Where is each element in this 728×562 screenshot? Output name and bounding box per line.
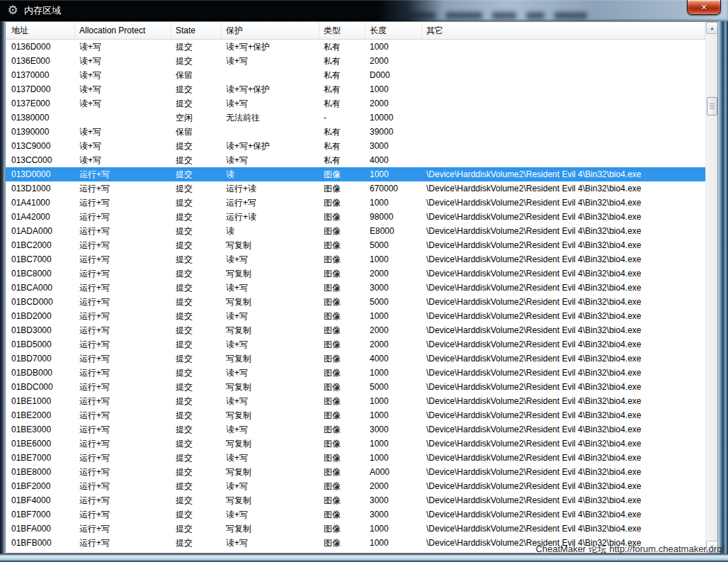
table-cell: 运行+写: [75, 408, 171, 422]
table-cell: 10000: [365, 111, 422, 125]
table-cell: 提交: [171, 82, 222, 96]
table-row[interactable]: 01380000空闲无法前往-10000: [6, 111, 705, 125]
column-header-4[interactable]: 类型: [319, 22, 365, 39]
table-row[interactable]: 0137E000读+写提交读+写私有2000: [6, 96, 705, 111]
table-row[interactable]: 01BD5000运行+写提交读+写图像2000\Device\HarddiskV…: [6, 337, 705, 352]
table-cell: \Device\HarddiskVolume2\Resident Evil 4\…: [422, 196, 705, 210]
table-row[interactable]: 013C9000读+写提交读+写+保护私有3000: [6, 139, 705, 153]
title-bar[interactable]: ⚙ 内存区域 ✕: [0, 0, 728, 21]
table-row[interactable]: 01BE8000运行+写提交写复制图像A000\Device\HarddiskV…: [6, 465, 705, 479]
table-row[interactable]: 01BC8000运行+写提交写复制图像2000\Device\HarddiskV…: [6, 266, 705, 281]
table-row[interactable]: 0136D000读+写提交读+写+保护私有1000: [6, 40, 705, 54]
column-header-0[interactable]: 地址: [6, 22, 75, 39]
column-header-5[interactable]: 长度: [365, 22, 422, 39]
table-row[interactable]: 01BD2000运行+写提交读+写图像1000\Device\HarddiskV…: [6, 309, 705, 323]
column-header-3[interactable]: 保护: [222, 22, 319, 39]
table-row[interactable]: 0136E000读+写提交读+写私有2000: [6, 54, 705, 68]
table-row[interactable]: 01BE3000运行+写提交读+写图像3000\Device\HarddiskV…: [6, 422, 705, 437]
table-row[interactable]: 01390000读+写保留私有39000: [6, 125, 705, 139]
table-cell: 提交: [171, 40, 222, 54]
table-row[interactable]: 01A41000运行+写提交运行+写图像1000\Device\Harddisk…: [6, 196, 705, 210]
table-cell: 读+写: [222, 451, 319, 465]
table-cell: 013D0000: [6, 167, 75, 181]
table-row[interactable]: 01BCD000运行+写提交写复制图像5000\Device\HarddiskV…: [6, 295, 705, 309]
table-row[interactable]: 01ADA000运行+写提交读图像E8000\Device\HarddiskVo…: [6, 224, 705, 238]
table-row[interactable]: 01BE7000运行+写提交读+写图像1000\Device\HarddiskV…: [6, 451, 705, 465]
table-cell: 图像: [319, 465, 365, 479]
table-cell: 运行+写: [75, 536, 171, 550]
table-row[interactable]: 01BF4000运行+写提交写复制图像3000\Device\HarddiskV…: [6, 493, 705, 507]
table-cell: 01390000: [6, 125, 75, 139]
table-row[interactable]: 01BFA000运行+写提交写复制图像1000\Device\HarddiskV…: [6, 522, 705, 536]
table-cell: 5000: [365, 380, 422, 394]
table-row[interactable]: 01BC2000运行+写提交写复制图像5000\Device\HarddiskV…: [6, 238, 705, 252]
close-button[interactable]: ✕: [687, 0, 721, 15]
column-header-6[interactable]: 其它: [422, 22, 705, 39]
table-row[interactable]: 01BE6000运行+写提交写复制图像1000\Device\HarddiskV…: [6, 437, 705, 451]
table-cell: 运行+写: [75, 266, 171, 281]
table-row[interactable]: 0137D000读+写提交读+写+保护私有1000: [6, 82, 705, 96]
table-cell: 01370000: [6, 68, 75, 82]
memory-region-listview: 地址Allocation ProtectState保护类型长度其它 0136D0…: [5, 21, 718, 553]
table-cell: 运行+写: [75, 238, 171, 252]
table-row[interactable]: 01BDB000运行+写提交读+写图像1000\Device\HarddiskV…: [6, 366, 705, 380]
table-cell: 01380000: [6, 111, 75, 125]
table-cell: 运行+写: [75, 337, 171, 352]
table-row[interactable]: 01BDC000运行+写提交写复制图像5000\Device\HarddiskV…: [6, 380, 705, 394]
scrollbar-thumb[interactable]: [707, 97, 717, 116]
table-row[interactable]: 01BC7000运行+写提交读+写图像1000\Device\HarddiskV…: [6, 252, 705, 266]
table-cell: \Device\HarddiskVolume2\Resident Evil 4\…: [422, 408, 705, 422]
table-cell: 图像: [319, 167, 365, 181]
table-row[interactable]: 013D0000运行+写提交读图像1000\Device\HarddiskVol…: [6, 167, 705, 181]
table-cell: 提交: [171, 536, 222, 550]
table-row[interactable]: 01BE1000运行+写提交读+写图像1000\Device\HarddiskV…: [6, 394, 705, 408]
table-cell: 图像: [319, 252, 365, 266]
table-row[interactable]: 013CC000读+写提交读+写私有4000: [6, 153, 705, 167]
table-cell: 空闲: [171, 111, 222, 125]
table-cell: [422, 40, 705, 54]
table-cell: 01BC7000: [6, 252, 75, 266]
table-row[interactable]: 01A42000运行+写提交运行+读图像98000\Device\Harddis…: [6, 210, 705, 224]
table-cell: 运行+写: [75, 210, 171, 224]
table-cell: 写复制: [222, 437, 319, 451]
table-cell: 提交: [171, 408, 222, 422]
table-cell: 1000: [365, 252, 422, 266]
table-cell: 图像: [319, 224, 365, 238]
memory-regions-window: ⚙ 内存区域 ✕ 地址Allocation ProtectState保护类型长度…: [0, 0, 728, 562]
table-row[interactable]: 01370000读+写保留私有D000: [6, 68, 705, 82]
table-row[interactable]: 01BCA000运行+写提交读+写图像3000\Device\HarddiskV…: [6, 281, 705, 295]
table-cell: 提交: [171, 252, 222, 266]
column-header-1[interactable]: Allocation Protect: [75, 22, 171, 39]
table-cell: 运行+写: [75, 493, 171, 507]
table-cell: 运行+写: [75, 309, 171, 323]
table-cell: 私有: [319, 40, 365, 54]
table-cell: 01BC2000: [6, 238, 75, 252]
table-row[interactable]: 01BD7000运行+写提交写复制图像4000\Device\HarddiskV…: [6, 352, 705, 366]
table-cell: 提交: [171, 96, 222, 111]
table-cell: 运行+写: [75, 252, 171, 266]
column-header-2[interactable]: State: [171, 22, 222, 39]
table-row[interactable]: 01BE2000运行+写提交写复制图像1000\Device\HarddiskV…: [6, 408, 705, 422]
table-cell: 读+写: [222, 252, 319, 266]
table-cell: 2000: [365, 96, 422, 111]
table-row[interactable]: 01BF2000运行+写提交读+写图像2000\Device\HarddiskV…: [6, 479, 705, 493]
table-cell: 4000: [365, 550, 422, 553]
table-cell: 提交: [171, 437, 222, 451]
table-cell: 保留: [171, 68, 222, 82]
scroll-up-button[interactable]: ▲: [706, 22, 718, 34]
table-cell: 读+写: [222, 479, 319, 493]
table-row[interactable]: 01BF7000运行+写提交读+写图像3000\Device\HarddiskV…: [6, 507, 705, 522]
table-cell: 写复制: [222, 238, 319, 252]
table-cell: 提交: [171, 337, 222, 352]
table-row[interactable]: 01BD3000运行+写提交写复制图像2000\Device\HarddiskV…: [6, 323, 705, 337]
table-cell: 读+写+保护: [222, 82, 319, 96]
table-cell: 提交: [171, 54, 222, 68]
table-cell: A000: [365, 465, 422, 479]
table-cell: 读+写: [222, 337, 319, 352]
table-row[interactable]: 013D1000运行+写提交运行+读图像670000\Device\Harddi…: [6, 181, 705, 196]
table-cell: 01BFC000: [6, 550, 75, 553]
table-cell: 3000: [365, 507, 422, 522]
table-cell: 2000: [365, 266, 422, 281]
vertical-scrollbar[interactable]: ▲ ▼: [705, 22, 717, 553]
table-cell: 图像: [319, 479, 365, 493]
